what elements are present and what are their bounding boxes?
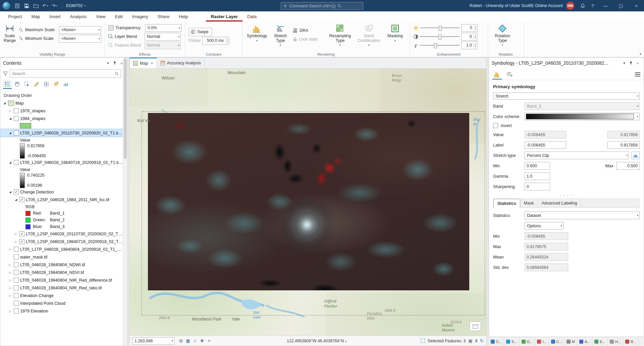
symbology-tab-statistics[interactable]: Statistics xyxy=(493,199,520,208)
options-button[interactable]: Options▾ xyxy=(525,222,564,230)
redo-button[interactable]: ↷▾ xyxy=(50,1,59,10)
expander-icon[interactable]: ▷ xyxy=(14,232,18,236)
refresh-button[interactable]: ↻ xyxy=(480,338,484,343)
expander-icon[interactable]: ▷ xyxy=(8,109,12,113)
menu-tab-help[interactable]: Help xyxy=(174,11,193,21)
menu-tab-map[interactable]: Map xyxy=(26,11,45,21)
layer-tree-item[interactable]: ▷✓LT05_L2SP_046028_19840719_20200918_02_… xyxy=(0,238,123,245)
statusbar-tool-icon[interactable]: ▦ xyxy=(184,337,192,344)
rotation-dropdown-arrow[interactable]: ▾ xyxy=(502,44,503,47)
view-tab-accuracy-analysis[interactable]: Accuracy Analysis xyxy=(157,58,205,68)
close-button[interactable]: × xyxy=(629,0,644,11)
expander-icon[interactable]: ▷ xyxy=(8,286,12,290)
expander-icon[interactable]: ◢ xyxy=(2,102,7,105)
collapse-ribbon-button[interactable]: ▾ xyxy=(640,52,641,56)
statistics-source-select[interactable]: Dataset▾ xyxy=(525,212,640,219)
brightness-slider[interactable] xyxy=(420,25,460,30)
maximize-button[interactable]: ▢ xyxy=(613,0,629,11)
masking-button[interactable]: Masking ▾ xyxy=(385,23,405,43)
menu-tab-view[interactable]: View xyxy=(91,11,110,21)
stretch-type-dropdown-arrow[interactable]: ▾ xyxy=(280,44,281,47)
layer-tree-item[interactable]: ▷LT05_046028_19840804_NDWI.tif xyxy=(0,261,123,269)
expander-icon[interactable]: ▷ xyxy=(8,271,12,274)
menu-tab-imagery[interactable]: Imagery xyxy=(127,11,153,21)
contents-pane-menu-arrow[interactable]: ▾ xyxy=(105,60,111,67)
list-by-selection-button[interactable] xyxy=(22,80,31,89)
gamma-slider[interactable] xyxy=(420,43,460,48)
layer-visibility-checkbox[interactable] xyxy=(14,160,19,165)
layer-visibility-checkbox[interactable] xyxy=(14,270,19,275)
min-input[interactable]: 0.500 xyxy=(525,162,550,170)
gamma-input[interactable]: 1.0 ▴▾ xyxy=(461,42,477,49)
layer-tree-item[interactable]: ▷✓LT05_L2SP_046028_20110730_20200820_02_… xyxy=(0,230,123,238)
layer-tree-item[interactable]: ▷LT05_046028_19840804_NIR_Red_difference… xyxy=(0,276,123,284)
menu-tab-share[interactable]: Share xyxy=(153,11,174,21)
expander-icon[interactable]: ◢ xyxy=(8,190,12,193)
dra-button[interactable]: DRA xyxy=(293,27,325,34)
gamma-input[interactable]: 1.0 xyxy=(525,172,550,180)
list-by-drawing-order-button[interactable] xyxy=(3,80,12,89)
layer-visibility-checkbox[interactable] xyxy=(14,247,19,252)
masking-dropdown-arrow[interactable]: ▾ xyxy=(394,40,396,43)
symbology-tab-advanced-labeling[interactable]: Advanced Labeling xyxy=(538,199,581,207)
contents-pin-icon[interactable] xyxy=(111,60,118,67)
layer-visibility-checkbox[interactable] xyxy=(14,308,19,313)
brightness-input[interactable]: 0 ▴▾ xyxy=(462,24,478,32)
resampling-type-button[interactable]: Resampling Type ▾ xyxy=(328,23,353,47)
layer-tree-item[interactable]: water_mask.tif xyxy=(0,253,123,261)
layer-tree-item[interactable]: ◢✓Change Detection xyxy=(0,188,123,196)
layer-tree-item[interactable]: ◢Map xyxy=(0,99,123,107)
pause-drawing-button[interactable]: ‖ xyxy=(475,338,477,343)
resampling-dropdown-arrow[interactable]: ▾ xyxy=(339,44,341,47)
expander-icon[interactable]: ◢ xyxy=(8,131,12,134)
invert-checkbox[interactable] xyxy=(493,123,498,128)
contents-search-input[interactable]: Search xyxy=(10,69,121,78)
layer-tree-item[interactable]: ▷Elevation Change xyxy=(0,292,123,299)
redo-dropdown-arrow[interactable]: ▾ xyxy=(56,4,58,7)
undo-button[interactable]: ↶▾ xyxy=(41,1,50,10)
layer-visibility-checkbox[interactable] xyxy=(14,254,19,260)
layer-visibility-checkbox[interactable] xyxy=(14,278,19,283)
view-tab-map[interactable]: Map × xyxy=(129,58,157,68)
expander-icon[interactable]: ▷ xyxy=(14,240,18,243)
flicker-spinner[interactable]: ▴▾ xyxy=(225,37,229,44)
docked-pane-tab[interactable]: C... xyxy=(489,337,504,346)
list-by-data-source-button[interactable] xyxy=(13,80,21,89)
layer-visibility-checkbox[interactable] xyxy=(14,116,19,121)
max-input[interactable]: 0.500 xyxy=(616,162,640,170)
contents-scrollbar[interactable] xyxy=(123,58,127,346)
list-by-snapping-button[interactable] xyxy=(42,80,51,89)
save-button[interactable] xyxy=(22,1,31,10)
layer-visibility-checkbox[interactable]: ✓ xyxy=(14,189,19,194)
stretch-type-button[interactable]: Stretch Type ▾ xyxy=(271,23,290,47)
list-by-editing-button[interactable] xyxy=(32,80,41,89)
project-name-dropdown[interactable]: EGM702 ▾ xyxy=(66,3,86,8)
symbology-options-menu[interactable] xyxy=(635,72,640,76)
docked-pane-tab[interactable]: C... xyxy=(549,337,565,346)
view-tab-map-close[interactable]: × xyxy=(151,61,153,66)
scale-range-button[interactable]: Scale Range xyxy=(3,23,16,43)
menu-tab-data[interactable]: Data xyxy=(243,11,261,21)
maximum-scale-select[interactable]: <None>▾ xyxy=(59,26,101,34)
primary-symbology-tab[interactable] xyxy=(492,69,502,79)
expander-icon[interactable]: ◢ xyxy=(14,198,18,201)
vector-field-tab[interactable] xyxy=(505,69,515,79)
symbology-menu-arrow[interactable]: ▾ xyxy=(621,60,628,67)
menu-tab-project[interactable]: Project xyxy=(3,11,26,21)
layer-visibility-checkbox[interactable] xyxy=(14,130,19,135)
layer-blend-select[interactable]: Normal▾ xyxy=(145,33,181,41)
layer-visibility-checkbox[interactable] xyxy=(14,301,19,306)
layer-tree-item[interactable]: ◢1984_shapes xyxy=(0,115,123,122)
list-by-labeling-button[interactable] xyxy=(52,80,60,89)
contrast-input[interactable]: 0 ▴▾ xyxy=(461,33,477,41)
docked-pane-tab[interactable]: E... xyxy=(592,337,608,346)
layer-visibility-checkbox[interactable] xyxy=(14,285,19,290)
statusbar-tool-icon[interactable]: ⊞ xyxy=(177,337,184,344)
symbology-close-icon[interactable]: × xyxy=(634,60,641,67)
statusbar-tool-icon[interactable]: ⊹ xyxy=(192,337,199,344)
label-min-input[interactable]: -0.006455 xyxy=(525,141,566,149)
stretch-type-select[interactable]: Percent Clip▾ xyxy=(525,152,629,159)
expander-icon[interactable]: ▷ xyxy=(8,294,12,297)
expander-icon[interactable]: ▷ xyxy=(8,309,12,313)
transparency-input[interactable]: 0.0%▾ xyxy=(145,24,181,32)
